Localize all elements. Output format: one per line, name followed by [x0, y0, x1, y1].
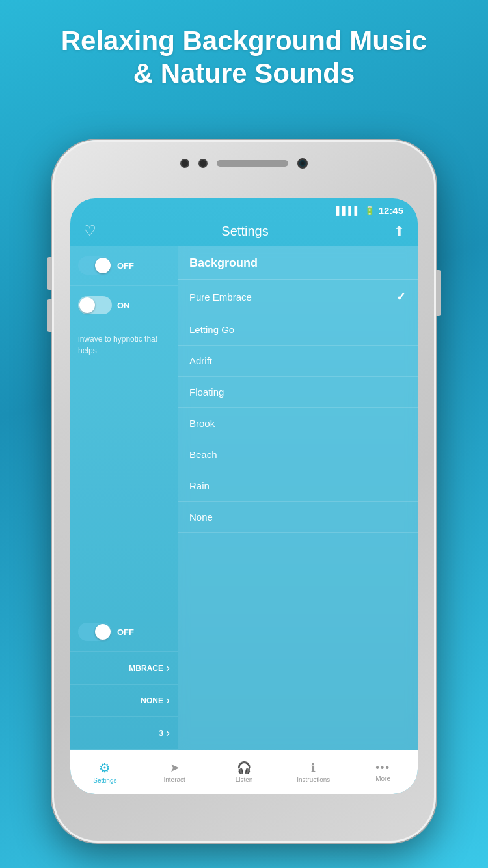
battery-icon: 🔋	[364, 206, 375, 215]
toggle-1[interactable]	[78, 256, 112, 275]
tab-interact[interactable]: ➤ Interact	[157, 761, 193, 783]
menu-item-7-label: None	[189, 511, 213, 522]
menu-item-0-label: Pure Embrace	[189, 292, 252, 303]
menu-item-2-label: Adrift	[189, 355, 212, 366]
header-title-line1: Relaxing Background Music	[39, 25, 449, 57]
share-icon[interactable]: ⬆	[394, 223, 405, 239]
toggle-2-label: ON	[117, 301, 130, 310]
toggle-2[interactable]	[78, 296, 112, 314]
header-section: Relaxing Background Music & Nature Sound…	[0, 0, 488, 97]
settings-tab-label: Settings	[93, 777, 116, 784]
more-tab-icon: •••	[375, 762, 390, 774]
signal-icon: ▌▌▌▌	[336, 206, 360, 215]
front-camera	[297, 158, 308, 169]
toggle-3-label: OFF	[117, 627, 134, 637]
toggle-3[interactable]	[78, 623, 112, 641]
option-3-chevron: ›	[166, 726, 170, 740]
settings-tab-icon: ⚙	[99, 760, 111, 776]
header-title-line2: & Nature Sounds	[39, 57, 449, 90]
phone-frame: ▌▌▌▌ 🔋 12:45 ♡ Settings ⬆	[52, 140, 436, 843]
menu-item-0[interactable]: Pure Embrace ✓	[178, 280, 418, 314]
tab-instructions[interactable]: ℹ Instructions	[295, 761, 331, 783]
listen-tab-icon: 🎧	[237, 761, 251, 775]
menu-item-6[interactable]: Rain	[178, 470, 418, 502]
toggle-row-3: OFF	[70, 612, 178, 652]
tab-settings[interactable]: ⚙ Settings	[87, 760, 123, 784]
option-2-label: NONE	[141, 696, 163, 705]
interact-tab-label: Interact	[164, 776, 185, 783]
toggle-3-knob	[95, 624, 111, 640]
option-1-chevron: ›	[166, 661, 170, 675]
listen-tab-label: Listen	[236, 776, 253, 783]
left-option-3[interactable]: 3 ›	[70, 717, 178, 750]
right-panel: Background Pure Embrace ✓ Letting Go Adr…	[178, 246, 418, 750]
menu-header-text: Background	[189, 256, 258, 269]
option-1-label: MBRACE	[129, 664, 163, 673]
menu-item-5-label: Beach	[189, 449, 217, 460]
tab-listen[interactable]: 🎧 Listen	[226, 761, 262, 783]
interact-tab-icon: ➤	[170, 761, 180, 775]
instructions-tab-label: Instructions	[297, 776, 330, 783]
menu-item-4[interactable]: Brook	[178, 408, 418, 439]
status-bar: ▌▌▌▌ 🔋 12:45	[70, 198, 418, 219]
left-option-1[interactable]: MBRACE ›	[70, 652, 178, 685]
phone-top-elements	[180, 158, 308, 169]
camera-dot2	[198, 159, 208, 168]
menu-item-3-label: Floating	[189, 387, 224, 398]
content-area: OFF ON inwave to hypnotic that helps	[70, 246, 418, 750]
menu-item-5[interactable]: Beach	[178, 439, 418, 470]
menu-item-6-label: Rain	[189, 480, 210, 491]
volume-down-button[interactable]	[47, 299, 52, 332]
menu-item-1[interactable]: Letting Go	[178, 314, 418, 346]
menu-item-1-label: Letting Go	[189, 324, 234, 335]
heart-icon[interactable]: ♡	[83, 223, 96, 239]
menu-item-3[interactable]: Floating	[178, 377, 418, 408]
left-option-2[interactable]: NONE ›	[70, 685, 178, 717]
option-3-label: 3	[159, 729, 163, 738]
volume-up-button[interactable]	[47, 257, 52, 290]
app-bar-title: Settings	[221, 224, 268, 239]
app-bar: ♡ Settings ⬆	[70, 219, 418, 246]
checkmark-0: ✓	[396, 290, 406, 304]
toggle-1-knob	[95, 258, 111, 273]
instructions-tab-icon: ℹ	[311, 761, 316, 775]
option-2-chevron: ›	[166, 694, 170, 707]
front-camera-dot	[180, 159, 189, 168]
menu-item-2[interactable]: Adrift	[178, 346, 418, 377]
phone-wrapper: ▌▌▌▌ 🔋 12:45 ♡ Settings ⬆	[52, 140, 436, 843]
time-display: 12:45	[379, 205, 403, 216]
power-button[interactable]	[436, 270, 441, 316]
phone-screen: ▌▌▌▌ 🔋 12:45 ♡ Settings ⬆	[70, 198, 418, 794]
menu-header: Background	[178, 246, 418, 280]
speaker-grill	[217, 160, 288, 167]
toggle-row-2: ON	[70, 286, 178, 325]
more-tab-label: More	[375, 775, 390, 782]
toggle-row-1: OFF	[70, 246, 178, 286]
left-panel: OFF ON inwave to hypnotic that helps	[70, 246, 178, 750]
toggle-1-label: OFF	[117, 261, 134, 271]
menu-item-7[interactable]: None	[178, 502, 418, 533]
toggle-2-knob	[79, 297, 95, 313]
menu-item-4-label: Brook	[189, 418, 215, 429]
bottom-tab-bar: ⚙ Settings ➤ Interact 🎧 Listen ℹ Instruc…	[70, 750, 418, 794]
tab-more[interactable]: ••• More	[365, 762, 401, 782]
left-text-block: inwave to hypnotic that helps	[70, 325, 178, 612]
